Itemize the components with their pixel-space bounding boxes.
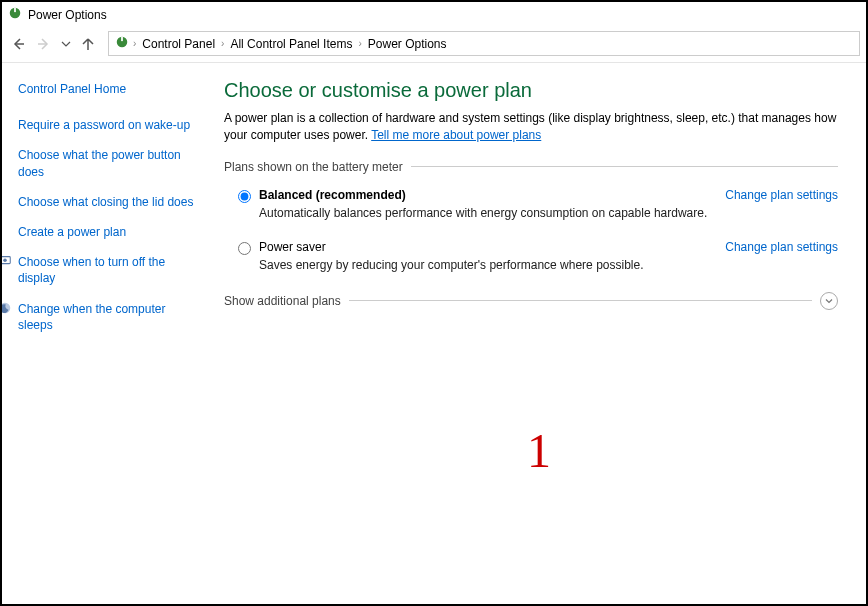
power-plug-icon xyxy=(115,35,129,52)
plan-description: Saves energy by reducing your computer's… xyxy=(259,258,713,272)
overlay-annotation: 1 xyxy=(527,423,551,478)
change-plan-settings-link[interactable]: Change plan settings xyxy=(725,240,838,254)
window-title: Power Options xyxy=(28,8,107,22)
divider xyxy=(411,166,838,167)
content-area: Control Panel Home Require a password on… xyxy=(2,63,866,606)
breadcrumb-item[interactable]: All Control Panel Items xyxy=(228,37,354,51)
sidebar-link-computer-sleeps[interactable]: Change when the computer sleeps xyxy=(18,301,200,333)
sleep-icon xyxy=(0,301,12,318)
plans-section-text: Plans shown on the battery meter xyxy=(224,160,403,174)
breadcrumb-item[interactable]: Control Panel xyxy=(140,37,217,51)
chevron-down-icon[interactable] xyxy=(820,292,838,310)
svg-rect-1 xyxy=(14,8,16,12)
sidebar-link-create-plan[interactable]: Create a power plan xyxy=(18,224,200,240)
forward-button[interactable] xyxy=(34,34,54,54)
breadcrumb-item[interactable]: Power Options xyxy=(366,37,449,51)
change-plan-settings-link[interactable]: Change plan settings xyxy=(725,188,838,202)
sidebar: Control Panel Home Require a password on… xyxy=(2,63,212,606)
display-icon xyxy=(0,254,12,271)
expander-label: Show additional plans xyxy=(224,294,341,308)
sidebar-home-link[interactable]: Control Panel Home xyxy=(18,81,200,97)
main-panel: Choose or customise a power plan A power… xyxy=(212,63,866,606)
plan-power-saver: Power saver Saves energy by reducing you… xyxy=(224,240,838,272)
back-button[interactable] xyxy=(8,34,28,54)
power-plug-icon xyxy=(8,6,22,23)
plan-radio-balanced[interactable] xyxy=(238,190,251,203)
plan-balanced: Balanced (recommended) Automatically bal… xyxy=(224,188,838,220)
plans-section-label: Plans shown on the battery meter xyxy=(224,160,838,174)
svg-rect-3 xyxy=(121,37,123,41)
chevron-right-icon: › xyxy=(358,38,361,49)
breadcrumb[interactable]: › Control Panel › All Control Panel Item… xyxy=(108,31,860,56)
sidebar-link-require-password[interactable]: Require a password on wake-up xyxy=(18,117,200,133)
title-bar: Power Options xyxy=(2,2,866,27)
up-button[interactable] xyxy=(78,34,98,54)
recent-dropdown-icon[interactable] xyxy=(60,34,72,54)
intro-text: A power plan is a collection of hardware… xyxy=(224,110,838,144)
sidebar-link-closing-lid[interactable]: Choose what closing the lid does xyxy=(18,194,200,210)
sidebar-link-turn-off-display[interactable]: Choose when to turn off the display xyxy=(18,254,200,286)
plan-title: Balanced (recommended) xyxy=(259,188,713,202)
plan-radio-power-saver[interactable] xyxy=(238,242,251,255)
plan-description: Automatically balances performance with … xyxy=(259,206,713,220)
chevron-right-icon: › xyxy=(221,38,224,49)
svg-point-5 xyxy=(3,259,7,263)
navigation-bar: › Control Panel › All Control Panel Item… xyxy=(2,27,866,63)
intro-link[interactable]: Tell me more about power plans xyxy=(371,128,541,142)
divider xyxy=(349,300,812,301)
show-additional-plans[interactable]: Show additional plans xyxy=(224,292,838,310)
plan-title: Power saver xyxy=(259,240,713,254)
page-heading: Choose or customise a power plan xyxy=(224,79,838,102)
chevron-right-icon: › xyxy=(133,38,136,49)
sidebar-link-power-button[interactable]: Choose what the power button does xyxy=(18,147,200,179)
